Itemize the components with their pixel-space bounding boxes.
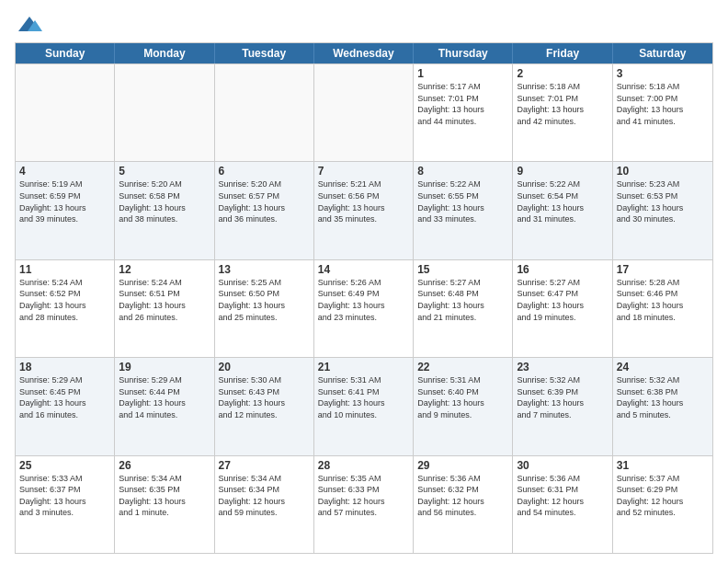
day-number: 28 [318,459,409,472]
day-info: Sunrise: 5:25 AMSunset: 6:50 PMDaylight:… [219,277,310,323]
day-number: 26 [119,459,210,472]
day-info: Sunrise: 5:34 AMSunset: 6:34 PMDaylight:… [219,473,310,519]
weekday-header-friday: Friday [513,43,612,63]
day-info: Sunrise: 5:19 AMSunset: 6:59 PMDaylight:… [19,178,110,224]
day-cell-25: 25Sunrise: 5:33 AMSunset: 6:37 PMDayligh… [16,456,115,553]
weekday-header-thursday: Thursday [414,43,513,63]
day-cell-21: 21Sunrise: 5:31 AMSunset: 6:41 PMDayligh… [314,358,414,454]
day-info: Sunrise: 5:36 AMSunset: 6:32 PMDaylight:… [417,473,508,519]
day-number: 10 [617,165,709,178]
day-number: 4 [19,165,110,178]
calendar-row-5: 25Sunrise: 5:33 AMSunset: 6:37 PMDayligh… [16,455,712,553]
day-number: 6 [219,165,310,178]
day-number: 13 [219,263,310,276]
day-cell-19: 19Sunrise: 5:29 AMSunset: 6:44 PMDayligh… [115,358,214,454]
day-number: 27 [219,459,310,472]
calendar: SundayMondayTuesdayWednesdayThursdayFrid… [15,42,713,554]
weekday-header-monday: Monday [115,43,214,63]
day-info: Sunrise: 5:37 AMSunset: 6:29 PMDaylight:… [617,473,709,519]
calendar-row-4: 18Sunrise: 5:29 AMSunset: 6:45 PMDayligh… [16,357,712,454]
day-info: Sunrise: 5:18 AMSunset: 7:01 PMDaylight:… [517,81,608,127]
day-info: Sunrise: 5:23 AMSunset: 6:53 PMDaylight:… [617,178,709,224]
day-number: 1 [417,67,508,80]
day-cell-23: 23Sunrise: 5:32 AMSunset: 6:39 PMDayligh… [513,358,612,454]
day-number: 16 [517,263,608,276]
day-info: Sunrise: 5:28 AMSunset: 6:46 PMDaylight:… [617,277,709,323]
empty-cell-0-3 [314,64,414,161]
day-info: Sunrise: 5:20 AMSunset: 6:57 PMDaylight:… [219,178,310,224]
day-info: Sunrise: 5:32 AMSunset: 6:38 PMDaylight:… [617,374,709,420]
day-cell-16: 16Sunrise: 5:27 AMSunset: 6:47 PMDayligh… [513,260,612,357]
day-number: 2 [517,67,608,80]
day-cell-27: 27Sunrise: 5:34 AMSunset: 6:34 PMDayligh… [215,456,314,553]
day-info: Sunrise: 5:35 AMSunset: 6:33 PMDaylight:… [318,473,409,519]
day-info: Sunrise: 5:32 AMSunset: 6:39 PMDaylight:… [517,374,608,420]
day-cell-28: 28Sunrise: 5:35 AMSunset: 6:33 PMDayligh… [314,456,414,553]
day-cell-20: 20Sunrise: 5:30 AMSunset: 6:43 PMDayligh… [215,358,314,454]
day-number: 15 [417,263,508,276]
weekday-header-sunday: Sunday [16,43,115,63]
day-number: 8 [417,165,508,178]
day-cell-7: 7Sunrise: 5:21 AMSunset: 6:56 PMDaylight… [314,162,414,259]
day-info: Sunrise: 5:18 AMSunset: 7:00 PMDaylight:… [617,81,709,127]
day-cell-15: 15Sunrise: 5:27 AMSunset: 6:48 PMDayligh… [414,260,513,357]
day-info: Sunrise: 5:31 AMSunset: 6:41 PMDaylight:… [318,374,409,420]
empty-cell-0-0 [16,64,115,161]
day-cell-5: 5Sunrise: 5:20 AMSunset: 6:58 PMDaylight… [115,162,214,259]
day-cell-4: 4Sunrise: 5:19 AMSunset: 6:59 PMDaylight… [16,162,115,259]
day-info: Sunrise: 5:22 AMSunset: 6:54 PMDaylight:… [517,178,608,224]
calendar-row-3: 11Sunrise: 5:24 AMSunset: 6:52 PMDayligh… [16,259,712,357]
empty-cell-0-2 [215,64,314,161]
day-info: Sunrise: 5:29 AMSunset: 6:44 PMDaylight:… [119,374,210,420]
day-cell-17: 17Sunrise: 5:28 AMSunset: 6:46 PMDayligh… [613,260,712,357]
day-info: Sunrise: 5:22 AMSunset: 6:55 PMDaylight:… [417,178,508,224]
day-cell-22: 22Sunrise: 5:31 AMSunset: 6:40 PMDayligh… [414,358,513,454]
day-number: 19 [119,361,210,373]
page: SundayMondayTuesdayWednesdayThursdayFrid… [0,0,728,563]
day-number: 22 [417,361,508,373]
day-number: 29 [417,459,508,472]
day-cell-6: 6Sunrise: 5:20 AMSunset: 6:57 PMDaylight… [215,162,314,259]
day-info: Sunrise: 5:24 AMSunset: 6:51 PMDaylight:… [119,277,210,323]
day-cell-18: 18Sunrise: 5:29 AMSunset: 6:45 PMDayligh… [16,358,115,454]
day-info: Sunrise: 5:21 AMSunset: 6:56 PMDaylight:… [318,178,409,224]
day-number: 30 [517,459,608,472]
calendar-row-2: 4Sunrise: 5:19 AMSunset: 6:59 PMDaylight… [16,161,712,259]
day-cell-8: 8Sunrise: 5:22 AMSunset: 6:55 PMDaylight… [414,162,513,259]
logo [15,15,42,35]
day-info: Sunrise: 5:30 AMSunset: 6:43 PMDaylight:… [219,374,310,420]
day-info: Sunrise: 5:34 AMSunset: 6:35 PMDaylight:… [119,473,210,519]
day-number: 12 [119,263,210,276]
day-info: Sunrise: 5:33 AMSunset: 6:37 PMDaylight:… [19,473,110,519]
day-cell-31: 31Sunrise: 5:37 AMSunset: 6:29 PMDayligh… [613,456,712,553]
day-info: Sunrise: 5:36 AMSunset: 6:31 PMDaylight:… [517,473,608,519]
day-number: 9 [517,165,608,178]
day-number: 7 [318,165,409,178]
day-info: Sunrise: 5:24 AMSunset: 6:52 PMDaylight:… [19,277,110,323]
day-cell-24: 24Sunrise: 5:32 AMSunset: 6:38 PMDayligh… [613,358,712,454]
day-cell-30: 30Sunrise: 5:36 AMSunset: 6:31 PMDayligh… [513,456,612,553]
calendar-body: 1Sunrise: 5:17 AMSunset: 7:01 PMDaylight… [16,63,712,553]
day-info: Sunrise: 5:27 AMSunset: 6:47 PMDaylight:… [517,277,608,323]
day-number: 11 [19,263,110,276]
day-number: 25 [19,459,110,472]
day-cell-1: 1Sunrise: 5:17 AMSunset: 7:01 PMDaylight… [414,64,513,161]
day-cell-13: 13Sunrise: 5:25 AMSunset: 6:50 PMDayligh… [215,260,314,357]
empty-cell-0-1 [115,64,214,161]
day-info: Sunrise: 5:31 AMSunset: 6:40 PMDaylight:… [417,374,508,420]
day-cell-3: 3Sunrise: 5:18 AMSunset: 7:00 PMDaylight… [613,64,712,161]
day-cell-10: 10Sunrise: 5:23 AMSunset: 6:53 PMDayligh… [613,162,712,259]
day-number: 24 [617,361,709,373]
day-number: 20 [219,361,310,373]
day-cell-12: 12Sunrise: 5:24 AMSunset: 6:51 PMDayligh… [115,260,214,357]
day-cell-29: 29Sunrise: 5:36 AMSunset: 6:32 PMDayligh… [414,456,513,553]
day-cell-14: 14Sunrise: 5:26 AMSunset: 6:49 PMDayligh… [314,260,414,357]
day-info: Sunrise: 5:29 AMSunset: 6:45 PMDaylight:… [19,374,110,420]
logo-icon [17,15,42,35]
day-info: Sunrise: 5:27 AMSunset: 6:48 PMDaylight:… [417,277,508,323]
calendar-row-1: 1Sunrise: 5:17 AMSunset: 7:01 PMDaylight… [16,63,712,161]
day-number: 23 [517,361,608,373]
calendar-header: SundayMondayTuesdayWednesdayThursdayFrid… [16,43,712,63]
day-number: 21 [318,361,409,373]
header [15,15,713,35]
